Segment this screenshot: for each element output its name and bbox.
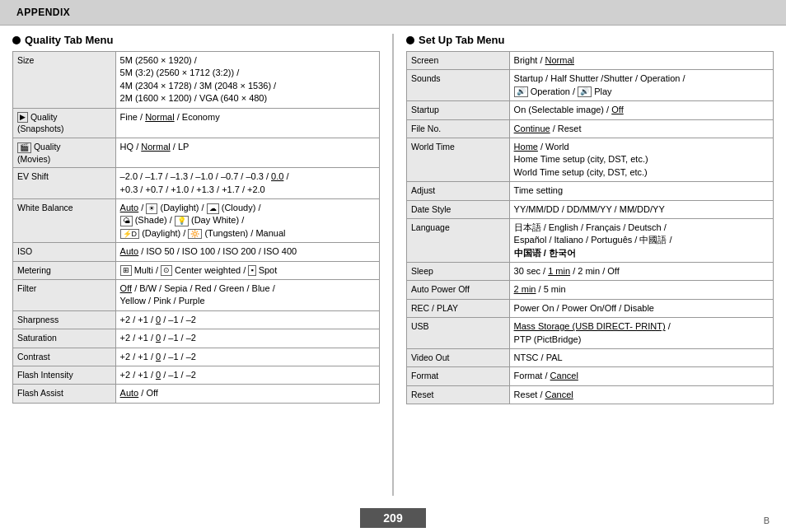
row-value: 5M (2560 × 1920) /5M (3:2) (2560 × 1712 … (115, 52, 379, 109)
page: APPENDIX Quality Tab Menu Size5M (2560 ×… (0, 0, 786, 532)
row-value: Mass Storage (USB DIRECT- PRINT) /PTP (P… (509, 318, 773, 349)
row-label: REC / PLAY (407, 299, 510, 317)
row-value: Auto / Off (115, 385, 379, 403)
row-value: HQ / Normal / LP (115, 138, 379, 167)
row-label: Date Style (407, 200, 510, 218)
content-area: Quality Tab Menu Size5M (2560 × 1920) /5… (0, 26, 786, 504)
row-label: Filter (13, 280, 116, 311)
row-value: 2 min / 5 min (509, 281, 773, 299)
row-value: Off / B/W / Sepia / Red / Green / Blue /… (115, 280, 379, 311)
table-row: Date StyleYY/MM/DD / DD/MM/YY / MM/DD/YY (407, 200, 774, 218)
row-label: EV Shift (13, 168, 116, 199)
row-value: +2 / +1 / 0 / –1 / –2 (115, 310, 379, 329)
row-label: Size (13, 52, 116, 109)
table-row: StartupOn (Selectable image) / Off (407, 101, 774, 119)
row-value: Fine / Normal / Economy (115, 108, 379, 138)
column-divider (392, 34, 394, 496)
row-label: Reset (407, 385, 510, 404)
row-label: Sleep (407, 263, 510, 281)
table-row: SoundsStartup / Half Shutter /Shutter / … (407, 70, 774, 101)
row-value: Startup / Half Shutter /Shutter / Operat… (509, 70, 773, 101)
row-label: Startup (407, 101, 510, 119)
row-label: ▶ Quality(Snapshots) (13, 108, 116, 138)
footer-corner-label: B (764, 516, 770, 525)
row-label: Flash Assist (13, 385, 116, 403)
row-label: Flash Intensity (13, 366, 116, 385)
row-value: NTSC / PAL (509, 349, 773, 367)
row-value: Auto / ☀ (Daylight) / ☁ (Cloudy) /🌤 (Sha… (115, 199, 379, 243)
table-row: Video OutNTSC / PAL (407, 349, 774, 367)
row-label: File No. (407, 119, 510, 138)
row-label: USB (407, 318, 510, 349)
left-section-title: Quality Tab Menu (12, 34, 380, 46)
table-row: FilterOff / B/W / Sepia / Red / Green / … (13, 280, 380, 311)
quality-table: Size5M (2560 × 1920) /5M (3:2) (2560 × 1… (12, 51, 380, 404)
footer: 209 B (0, 504, 786, 532)
table-row: ResetReset / Cancel (407, 385, 774, 404)
table-row: White BalanceAuto / ☀ (Daylight) / ☁ (Cl… (13, 199, 380, 243)
row-value: 日本語 / English / Français / Deutsch /Espa… (509, 218, 773, 262)
table-row: 🎬 Quality(Movies)HQ / Normal / LP (13, 138, 380, 167)
bullet-icon-right (406, 36, 414, 44)
row-label: Language (407, 218, 510, 262)
row-value: –2.0 / –1.7 / –1.3 / –1.0 / –0.7 / –0.3 … (115, 168, 379, 199)
row-value: +2 / +1 / 0 / –1 / –2 (115, 329, 379, 348)
row-value: Continue / Reset (509, 119, 773, 138)
row-value: 30 sec / 1 min / 2 min / Off (509, 263, 773, 281)
row-value: ⊞ Multi / ⊙ Center weighted / ▪ Spot (115, 261, 379, 279)
table-row: Contrast+2 / +1 / 0 / –1 / –2 (13, 348, 380, 366)
row-label: Sharpness (13, 310, 116, 329)
table-row: EV Shift–2.0 / –1.7 / –1.3 / –1.0 / –0.7… (13, 168, 380, 199)
table-row: AdjustTime setting (407, 182, 774, 200)
row-label: Screen (407, 52, 510, 70)
row-label: Sounds (407, 70, 510, 101)
row-value: Time setting (509, 182, 773, 200)
table-row: Sharpness+2 / +1 / 0 / –1 / –2 (13, 310, 380, 329)
row-value: +2 / +1 / 0 / –1 / –2 (115, 348, 379, 366)
right-section-title: Set Up Tab Menu (406, 34, 774, 46)
table-row: FormatFormat / Cancel (407, 367, 774, 385)
table-row: REC / PLAYPower On / Power On/Off / Disa… (407, 299, 774, 317)
row-value: Bright / Normal (509, 52, 773, 70)
setup-table: ScreenBright / NormalSoundsStartup / Hal… (406, 51, 774, 404)
page-number: 209 (360, 508, 426, 528)
row-value: On (Selectable image) / Off (509, 101, 773, 119)
table-row: USBMass Storage (USB DIRECT- PRINT) /PTP… (407, 318, 774, 349)
table-row: World TimeHome / WorldHome Time setup (c… (407, 138, 774, 181)
row-label: ISO (13, 243, 116, 261)
row-label: Auto Power Off (407, 281, 510, 299)
row-label: Video Out (407, 349, 510, 367)
left-column: Quality Tab Menu Size5M (2560 × 1920) /5… (12, 34, 380, 496)
table-row: Flash AssistAuto / Off (13, 385, 380, 403)
table-row: Auto Power Off2 min / 5 min (407, 281, 774, 299)
row-value: Power On / Power On/Off / Disable (509, 299, 773, 317)
table-row: File No.Continue / Reset (407, 119, 774, 138)
row-value: Home / WorldHome Time setup (city, DST, … (509, 138, 773, 181)
table-row: ▶ Quality(Snapshots)Fine / Normal / Econ… (13, 108, 380, 138)
header: APPENDIX (0, 0, 786, 26)
bullet-icon (12, 36, 21, 44)
row-label: White Balance (13, 199, 116, 243)
row-value: YY/MM/DD / DD/MM/YY / MM/DD/YY (509, 200, 773, 218)
row-label: Contrast (13, 348, 116, 366)
row-value: Auto / ISO 50 / ISO 100 / ISO 200 / ISO … (115, 243, 379, 261)
table-row: ScreenBright / Normal (407, 52, 774, 70)
row-label: Saturation (13, 329, 116, 348)
table-row: Saturation+2 / +1 / 0 / –1 / –2 (13, 329, 380, 348)
table-row: Sleep30 sec / 1 min / 2 min / Off (407, 263, 774, 281)
row-label: World Time (407, 138, 510, 181)
table-row: Flash Intensity+2 / +1 / 0 / –1 / –2 (13, 366, 380, 385)
row-value: +2 / +1 / 0 / –1 / –2 (115, 366, 379, 385)
table-row: Size5M (2560 × 1920) /5M (3:2) (2560 × 1… (13, 52, 380, 109)
row-label: 🎬 Quality(Movies) (13, 138, 116, 167)
table-row: Language日本語 / English / Français / Deuts… (407, 218, 774, 262)
row-label: Metering (13, 261, 116, 279)
row-value: Reset / Cancel (509, 385, 773, 404)
row-label: Adjust (407, 182, 510, 200)
row-value: Format / Cancel (509, 367, 773, 385)
table-row: Metering⊞ Multi / ⊙ Center weighted / ▪ … (13, 261, 380, 279)
right-column: Set Up Tab Menu ScreenBright / NormalSou… (406, 34, 774, 496)
table-row: ISOAuto / ISO 50 / ISO 100 / ISO 200 / I… (13, 243, 380, 261)
row-label: Format (407, 367, 510, 385)
header-title: APPENDIX (16, 7, 70, 18)
